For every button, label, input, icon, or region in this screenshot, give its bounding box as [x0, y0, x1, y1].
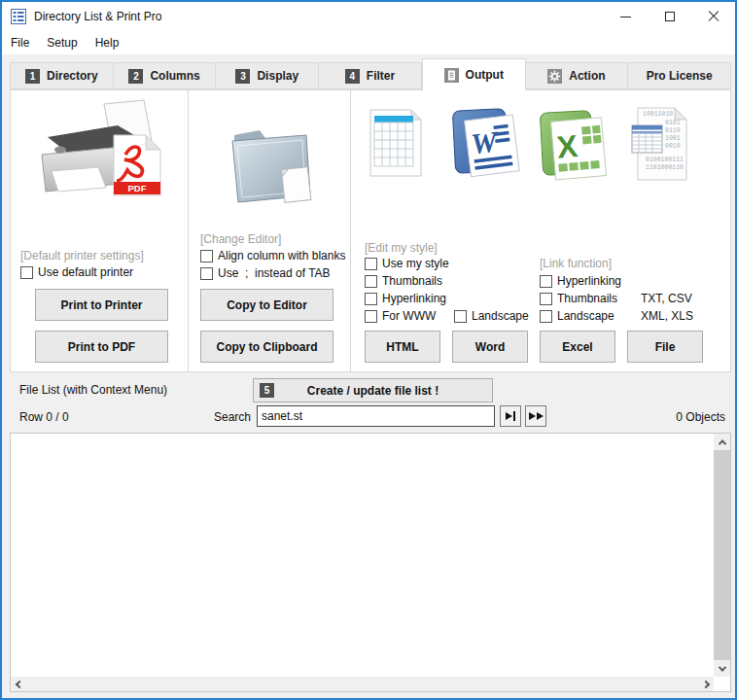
use-default-printer-row: Use default printer: [20, 265, 133, 279]
minimize-icon: [620, 17, 631, 18]
chevron-left-icon: [15, 680, 22, 687]
step-forward-icon: [506, 412, 512, 420]
chevron-down-icon: [718, 663, 725, 671]
create-update-button[interactable]: 5 Create / update file list !: [253, 378, 493, 402]
vertical-scrollbar[interactable]: [714, 434, 730, 677]
gear-icon: [547, 69, 562, 84]
hyperlinking-label: Hyperlinking: [382, 292, 446, 305]
printer-hint: [Default printer settings]: [20, 249, 144, 262]
maximize-button[interactable]: [648, 2, 691, 31]
hyperlinking-row: Hyperlinking: [365, 292, 446, 305]
link-landscape-label: Landscape: [557, 309, 614, 323]
use-my-style-checkbox[interactable]: [365, 258, 377, 270]
semicolon-label: Use ; instead of TAB: [218, 266, 331, 280]
excel-icon: X: [540, 108, 608, 182]
edit-style-hint: [Edit my style]: [365, 241, 438, 255]
vertical-scroll-thumb[interactable]: [714, 450, 730, 660]
link-hyperlinking-row: Hyperlinking: [540, 274, 621, 288]
binary-file-icon: 10011010 0101 0110 1001 0010 0100100111 …: [630, 106, 690, 182]
svg-text:0101: 0101: [665, 120, 681, 126]
create-badge: 5: [260, 383, 274, 398]
link-thumbnails-checkbox[interactable]: [540, 293, 552, 305]
hyperlinking-checkbox[interactable]: [365, 293, 377, 305]
print-to-printer-button[interactable]: Print to Printer: [35, 289, 168, 321]
close-icon: [708, 11, 719, 22]
copy-to-clipboard-button[interactable]: Copy to Clipboard: [200, 331, 333, 363]
create-label: Create / update file list !: [307, 384, 439, 398]
scroll-right-button[interactable]: [697, 677, 714, 691]
close-button[interactable]: [691, 2, 735, 31]
thumbnails-label: Thumbnails: [382, 274, 442, 288]
word-landscape-row: Landscape: [454, 309, 529, 323]
align-column-label: Align column with blanks: [218, 249, 345, 262]
svg-text:10011010: 10011010: [643, 111, 673, 118]
editor-hint: [Change Editor]: [200, 232, 281, 246]
app-icon: [11, 9, 26, 24]
thumbnails-checkbox[interactable]: [365, 275, 377, 288]
use-my-style-label: Use my style: [382, 257, 449, 270]
file-list-label: File List (with Context Menu): [19, 383, 167, 397]
for-www-row: For WWW: [365, 309, 436, 323]
window-title: Directory List & Print Pro: [34, 10, 161, 23]
svg-text:1001: 1001: [665, 135, 681, 142]
svg-text:PDF: PDF: [128, 183, 147, 193]
tab-display-label: Display: [257, 69, 298, 83]
menu-setup[interactable]: Setup: [47, 33, 87, 52]
copy-to-editor-button[interactable]: Copy to Editor: [200, 289, 333, 321]
use-default-printer-checkbox[interactable]: [20, 266, 33, 279]
output-panel: PDF [Default printer settings] Use defau…: [10, 89, 731, 372]
menu-bar: File Setup Help: [2, 31, 735, 54]
for-www-label: For WWW: [382, 309, 436, 323]
tab-filter[interactable]: 4 Filter: [319, 62, 422, 89]
svg-text:1101000110: 1101000110: [646, 164, 684, 171]
tab-columns-label: Columns: [150, 69, 199, 83]
tab-strip: 1 Directory 2 Columns 3 Display 4 Filter…: [10, 58, 731, 89]
formats-txt-csv: TXT, CSV: [641, 292, 692, 305]
section-divider: [350, 90, 351, 371]
tab-directory-label: Directory: [47, 69, 98, 83]
tab-pro-license-label: Pro License: [647, 69, 713, 83]
tab-filter-label: Filter: [367, 69, 395, 83]
align-column-row: Align column with blanks: [200, 249, 345, 262]
excel-button[interactable]: Excel: [540, 331, 615, 363]
svg-text:0010: 0010: [665, 143, 681, 150]
html-button[interactable]: HTML: [365, 331, 440, 363]
menu-help[interactable]: Help: [95, 33, 129, 52]
word-landscape-checkbox[interactable]: [454, 310, 467, 323]
scroll-up-button[interactable]: [714, 434, 730, 450]
scroll-left-button[interactable]: [11, 677, 27, 691]
print-to-pdf-button[interactable]: Print to PDF: [35, 331, 168, 363]
for-www-checkbox[interactable]: [365, 310, 377, 323]
link-landscape-checkbox[interactable]: [540, 310, 552, 323]
tab-action-label: Action: [569, 69, 605, 83]
search-all-button[interactable]: [525, 405, 546, 427]
search-next-button[interactable]: [500, 405, 521, 427]
file-list-area[interactable]: [10, 433, 731, 692]
word-button[interactable]: Word: [452, 331, 528, 363]
tab-columns[interactable]: 2 Columns: [114, 62, 217, 89]
chevron-up-icon: [718, 439, 725, 447]
tab-directory[interactable]: 1 Directory: [10, 62, 114, 89]
word-icon: W: [450, 104, 524, 182]
folder-icon: [221, 120, 320, 213]
horizontal-scrollbar[interactable]: [11, 677, 714, 691]
align-column-checkbox[interactable]: [200, 250, 213, 262]
tab-4-badge: 4: [345, 69, 360, 84]
scroll-down-button[interactable]: [714, 660, 730, 677]
tab-display[interactable]: 3 Display: [216, 62, 319, 89]
semicolon-checkbox[interactable]: [200, 267, 213, 280]
semicolon-row: Use ; instead of TAB: [200, 266, 331, 280]
tab-output-label: Output: [466, 68, 504, 82]
link-hyperlinking-checkbox[interactable]: [540, 275, 552, 288]
menu-file[interactable]: File: [11, 33, 39, 52]
search-input[interactable]: [257, 405, 495, 427]
tab-output[interactable]: Output: [422, 58, 526, 90]
thumbnails-row: Thumbnails: [365, 274, 442, 288]
file-button[interactable]: File: [627, 331, 703, 363]
tab-action[interactable]: Action: [526, 62, 629, 89]
minimize-button[interactable]: [604, 2, 648, 31]
chevron-right-icon: [701, 680, 709, 687]
svg-text:X: X: [555, 128, 579, 165]
tab-pro-license[interactable]: Pro License: [628, 62, 731, 89]
html-table-icon: [368, 108, 424, 178]
